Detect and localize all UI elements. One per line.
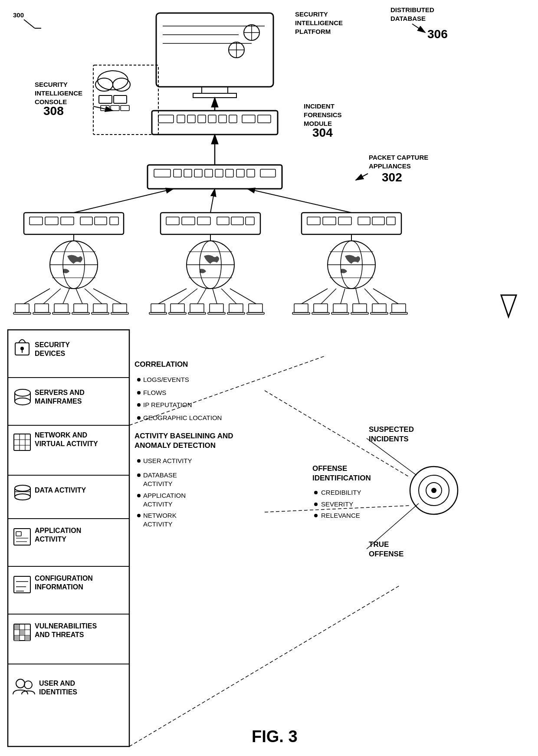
- svg-rect-42: [205, 169, 213, 177]
- svg-rect-39: [174, 169, 181, 177]
- svg-rect-136: [312, 312, 329, 314]
- svg-rect-119: [190, 304, 204, 312]
- svg-point-191: [137, 378, 141, 381]
- user-label2: IDENTITIES: [39, 688, 77, 696]
- svg-rect-64: [307, 217, 320, 225]
- svg-rect-134: [292, 312, 310, 314]
- activity-item2: DATABASE: [143, 471, 177, 479]
- svg-rect-46: [247, 169, 255, 177]
- svg-rect-142: [371, 312, 388, 314]
- application-label: APPLICATION: [35, 527, 81, 534]
- svg-rect-41: [194, 169, 202, 177]
- svg-rect-105: [93, 304, 107, 312]
- svg-rect-47: [260, 169, 276, 177]
- svg-rect-57: [166, 217, 179, 225]
- svg-point-149: [20, 347, 24, 350]
- svg-rect-117: [171, 304, 184, 312]
- svg-line-70: [74, 189, 174, 213]
- offense-item1: CREDIBILITY: [321, 489, 361, 496]
- svg-rect-3: [156, 13, 273, 87]
- offense-item3: RELEVANCE: [321, 512, 360, 519]
- activity-item4: NETWORK: [143, 512, 177, 519]
- config-label2: INFORMATION: [35, 583, 83, 591]
- sip-label: SECURITY: [295, 10, 328, 18]
- sip-label2: INTELLIGENCE: [295, 19, 343, 26]
- svg-rect-125: [249, 304, 262, 312]
- ifm-number: 304: [312, 126, 333, 139]
- offense-title: OFFENSE: [312, 464, 347, 473]
- svg-line-109: [158, 289, 187, 304]
- offense-item2: SEVERITY: [321, 500, 353, 508]
- pca-label2: APPLIANCES: [369, 162, 411, 170]
- pca-label: PACKET CAPTURE: [369, 154, 428, 161]
- svg-rect-51: [45, 217, 58, 225]
- svg-rect-116: [149, 312, 167, 314]
- svg-rect-120: [188, 312, 206, 314]
- activity-item3: APPLICATION: [143, 492, 186, 499]
- svg-rect-137: [333, 304, 347, 312]
- activity-title2: ANOMALY DETECTION: [134, 441, 216, 450]
- svg-rect-103: [74, 304, 88, 312]
- corr-item3: IP REPUTATION: [143, 401, 192, 408]
- svg-rect-33: [242, 115, 255, 123]
- svg-line-36: [356, 174, 368, 180]
- svg-rect-184: [14, 625, 19, 629]
- svg-rect-23: [111, 105, 119, 111]
- svg-rect-24: [121, 105, 129, 111]
- svg-rect-27: [177, 115, 185, 123]
- svg-point-193: [137, 403, 141, 407]
- svg-rect-43: [215, 169, 223, 177]
- corr-item2: FLOWS: [143, 389, 166, 396]
- svg-line-208: [367, 438, 417, 475]
- svg-rect-115: [151, 304, 165, 312]
- svg-rect-121: [210, 304, 223, 312]
- svg-line-2: [412, 24, 425, 33]
- svg-rect-28: [187, 115, 195, 123]
- svg-rect-141: [372, 304, 386, 312]
- svg-rect-140: [351, 312, 368, 314]
- servers-label: SERVERS AND: [35, 389, 85, 396]
- svg-point-195: [137, 459, 141, 463]
- svg-rect-30: [208, 115, 216, 123]
- svg-rect-14: [193, 93, 236, 98]
- svg-rect-68: [372, 217, 384, 225]
- vuln-label2: AND THREATS: [35, 631, 84, 638]
- fig-label: FIG. 3: [252, 727, 298, 746]
- svg-rect-59: [197, 217, 210, 225]
- svg-point-207: [431, 488, 436, 493]
- svg-point-197: [137, 494, 141, 497]
- svg-point-198: [137, 514, 141, 517]
- data-activity-label: DATA ACTIVITY: [35, 486, 86, 494]
- svg-rect-185: [20, 630, 25, 635]
- svg-rect-58: [182, 217, 195, 225]
- activity-item1: USER ACTIVITY: [143, 457, 192, 464]
- distributed-database-label2: DATABASE: [390, 15, 426, 22]
- svg-line-110: [178, 289, 197, 304]
- svg-line-95: [85, 289, 102, 304]
- activity-item4b: ACTIVITY: [143, 520, 173, 528]
- svg-line-15: [93, 106, 113, 111]
- svg-rect-67: [358, 217, 370, 225]
- network-label2: VIRTUAL ACTIVITY: [35, 440, 98, 447]
- svg-line-96: [93, 289, 121, 304]
- svg-rect-45: [236, 169, 244, 177]
- svg-line-111: [197, 289, 206, 304]
- svg-rect-26: [158, 115, 174, 123]
- application-label2: ACTIVITY: [35, 536, 66, 543]
- svg-rect-69: [387, 217, 395, 225]
- svg-point-201: [314, 491, 318, 494]
- ifm-label2: FORENSICS: [304, 111, 342, 118]
- ifm-label: INCIDENT: [304, 102, 335, 110]
- svg-rect-50: [30, 217, 43, 225]
- network-label: NETWORK AND: [35, 431, 87, 439]
- svg-rect-62: [246, 217, 254, 225]
- svg-line-129: [341, 289, 345, 304]
- svg-rect-55: [110, 217, 118, 225]
- svg-line-0: [24, 20, 35, 28]
- svg-rect-144: [390, 312, 407, 314]
- sic-label2: INTELLIGENCE: [35, 89, 82, 97]
- svg-rect-104: [72, 312, 89, 314]
- diagram-container: 300 DISTRIBUTED DATABASE 306 SECURITY IN…: [0, 0, 538, 756]
- svg-rect-123: [229, 304, 243, 312]
- corr-item4: GEOGRAPHIC LOCATION: [143, 414, 222, 421]
